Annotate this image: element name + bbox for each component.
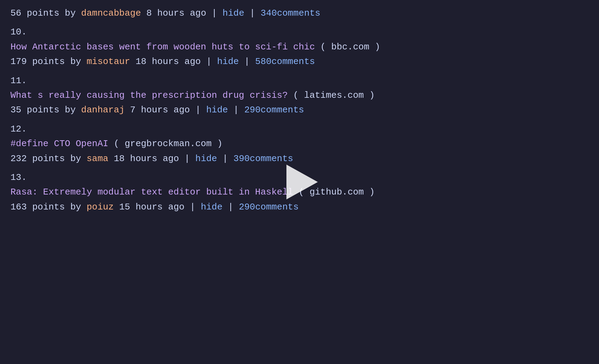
author-link-11[interactable]: danharaj [81, 105, 125, 115]
points-label-11: points by [27, 105, 81, 115]
comments-suffix-12: comments [250, 153, 293, 164]
story-title-link-12[interactable]: #define CTO OpenAI ( gregbrockman.com ) [10, 139, 223, 149]
story-number-11: 11. [10, 74, 589, 87]
points-11: 35 [10, 105, 21, 115]
pipe-2-12: | [223, 153, 233, 164]
hide-link-12[interactable]: hide [195, 153, 217, 164]
pipe-1-12: | [184, 153, 195, 164]
comments-link-9[interactable]: 340comments [261, 8, 321, 18]
author-link-12[interactable]: sama [86, 153, 108, 164]
hide-link-13[interactable]: hide [201, 202, 222, 212]
story-title-12: #define CTO OpenAI ( gregbrockman.com ) [10, 137, 589, 150]
story-item-11: 11. What s really causing the prescripti… [10, 74, 589, 117]
pipe-1-13: | [190, 202, 201, 212]
comments-link-11[interactable]: 290comments [244, 105, 304, 115]
time-10: 18 hours ago [136, 56, 201, 67]
story-item-12: 12. #define CTO OpenAI ( gregbrockman.co… [10, 123, 589, 165]
story-number-13: 13. [10, 171, 589, 184]
pipe-1-11: | [195, 105, 206, 115]
points-label-10: points by [32, 56, 86, 67]
story-domain-11: ( latimes.com ) [293, 90, 375, 101]
time-13: 15 hours ago [119, 202, 184, 212]
points-label-12: points by [32, 153, 86, 164]
comments-suffix-9: comments [277, 8, 321, 18]
comments-suffix-13: comments [255, 202, 299, 212]
story-title-13: Rasa: Extremely modular text editor buil… [10, 186, 589, 198]
pipe-2-10: | [244, 56, 255, 67]
pipe-2-11: | [233, 105, 244, 115]
hide-link-9[interactable]: hide [223, 8, 244, 18]
points-10: 179 [10, 56, 27, 67]
author-link-13[interactable]: poiuz [86, 202, 114, 212]
story-number-10: 10. [10, 26, 589, 38]
story-title-11: What s really causing the prescription d… [10, 89, 589, 102]
story-meta-13: 163 points by poiuz 15 hours ago | hide … [10, 201, 589, 213]
points-12: 232 [10, 153, 27, 164]
story-meta-11: 35 points by danharaj 7 hours ago | hide… [10, 104, 589, 116]
time-12: 18 hours ago [114, 153, 179, 164]
points-13: 163 [10, 202, 27, 212]
points-label-13: points by [32, 202, 86, 212]
hide-link-10[interactable]: hide [217, 56, 239, 67]
story-meta-10: 179 points by misotaur 18 hours ago | hi… [10, 55, 589, 68]
story-item-9: 56 points by damncabbage 8 hours ago | h… [10, 7, 589, 19]
points-label-9: points by [27, 8, 81, 18]
story-meta-12: 232 points by sama 18 hours ago | hide |… [10, 152, 589, 165]
story-domain-13: ( github.com ) [299, 187, 375, 197]
story-title-10: How Antarctic bases went from wooden hut… [10, 41, 589, 53]
points-9: 56 [10, 8, 21, 18]
story-title-link-13[interactable]: Rasa: Extremely modular text editor buil… [10, 187, 375, 197]
pipe-2-13: | [228, 202, 239, 212]
story-item-10: 10. How Antarctic bases went from wooden… [10, 26, 589, 68]
author-link-10[interactable]: misotaur [86, 56, 130, 67]
pipe-2-9: | [250, 8, 261, 18]
story-domain-12: ( gregbrockman.com ) [114, 139, 222, 149]
comments-suffix-10: comments [271, 56, 315, 67]
pipe-1-10: | [206, 56, 217, 67]
story-title-link-11[interactable]: What s really causing the prescription d… [10, 90, 375, 101]
story-item-13: 13. Rasa: Extremely modular text editor … [10, 171, 589, 213]
comments-link-12[interactable]: 390comments [233, 153, 293, 164]
time-11: 7 hours ago [130, 105, 190, 115]
comments-link-10[interactable]: 580comments [255, 56, 315, 67]
story-meta-9: 56 points by damncabbage 8 hours ago | h… [10, 7, 589, 19]
story-title-link-10[interactable]: How Antarctic bases went from wooden hut… [10, 42, 380, 52]
author-link-9[interactable]: damncabbage [81, 8, 141, 18]
time-value-9: 8 hours ago [146, 8, 206, 18]
hide-link-11[interactable]: hide [206, 105, 228, 115]
story-number-12: 12. [10, 123, 589, 135]
comments-suffix-11: comments [261, 105, 304, 115]
story-domain-10: ( bbc.com ) [320, 42, 380, 52]
pipe-1-9: | [212, 8, 222, 18]
comments-link-13[interactable]: 290comments [239, 202, 299, 212]
